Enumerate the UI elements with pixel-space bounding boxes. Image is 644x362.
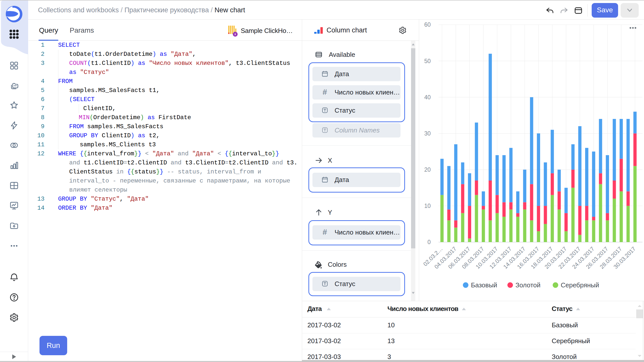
svg-text:40: 40 (424, 94, 431, 101)
svg-text:50: 50 (424, 58, 431, 64)
svg-text:Золотой: Золотой (515, 281, 541, 289)
svg-text:Серебряный: Серебряный (561, 281, 599, 289)
svg-text:Базовый: Базовый (471, 281, 497, 289)
svg-text:10: 10 (424, 203, 431, 209)
svg-text:60: 60 (424, 21, 431, 28)
svg-text:20: 20 (424, 166, 431, 173)
svg-text:30: 30 (424, 130, 431, 137)
svg-text:0: 0 (427, 239, 431, 245)
